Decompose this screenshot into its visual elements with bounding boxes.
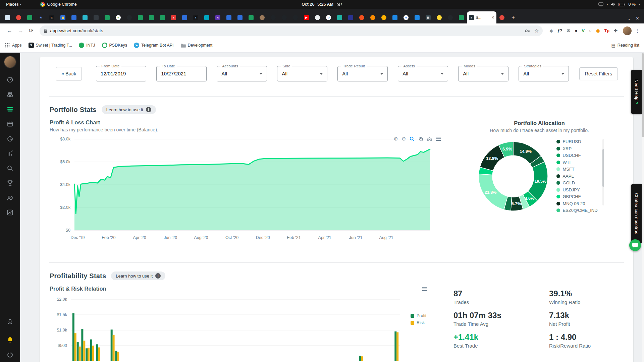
- learn-how-button[interactable]: Learn how to use it i: [102, 105, 156, 114]
- new-tab-button[interactable]: +: [509, 13, 518, 22]
- legend-item[interactable]: ESZ0@CME_IND: [556, 208, 597, 213]
- extension-icon[interactable]: ◉: [596, 28, 600, 33]
- extension-icon[interactable]: V: [582, 28, 585, 33]
- chat-bubble-button[interactable]: [629, 239, 641, 251]
- browser-tab[interactable]: [223, 11, 234, 23]
- legend-item[interactable]: USDJPY: [556, 187, 597, 192]
- reading-list-button[interactable]: ▤ Reading list: [611, 43, 639, 48]
- bar[interactable]: [88, 348, 90, 361]
- browser-tab[interactable]: [496, 11, 507, 23]
- back-icon[interactable]: ←: [7, 27, 12, 34]
- bar[interactable]: [359, 356, 361, 361]
- back-button[interactable]: « Back: [56, 67, 82, 80]
- home-reset-icon[interactable]: [427, 136, 432, 141]
- browser-tab[interactable]: T: [190, 11, 201, 23]
- extension-icon[interactable]: ○: [589, 28, 592, 33]
- tab-close-icon[interactable]: ✕: [491, 15, 494, 20]
- chevron-down-icon[interactable]: ▾: [639, 3, 640, 6]
- bar[interactable]: [90, 340, 92, 361]
- notification-indicator[interactable]: 1: [336, 3, 342, 6]
- browser-tab[interactable]: G: [323, 11, 334, 23]
- page-scrollbar[interactable]: [642, 53, 644, 362]
- tab-search-caret-icon[interactable]: ⌄: [627, 16, 631, 21]
- browser-tab[interactable]: [2, 11, 13, 23]
- bar[interactable]: [98, 348, 100, 361]
- browser-tab[interactable]: G: [400, 11, 412, 23]
- legend-item[interactable]: MSFT: [556, 167, 597, 172]
- sidebar-item-notifications[interactable]: [0, 333, 20, 347]
- bar[interactable]: [111, 329, 113, 361]
- browser-tab[interactable]: [334, 11, 345, 23]
- bar[interactable]: [396, 332, 398, 361]
- bookmark-item[interactable]: ➤Telegram Bot API: [134, 43, 174, 48]
- browser-tab[interactable]: [13, 11, 24, 23]
- bar[interactable]: [394, 331, 396, 361]
- legend-item[interactable]: AAPL: [556, 174, 597, 179]
- extension-icon[interactable]: ✚: [614, 28, 618, 33]
- bar[interactable]: [74, 333, 76, 361]
- browser-tab[interactable]: ▶: [301, 11, 312, 23]
- bar[interactable]: [92, 346, 94, 361]
- browser-tab[interactable]: [257, 11, 268, 23]
- browser-menu-icon[interactable]: ⋮: [635, 28, 640, 34]
- display-icon[interactable]: [598, 2, 603, 6]
- pan-hand-icon[interactable]: [418, 136, 423, 141]
- sidebar-item-search[interactable]: [0, 161, 20, 176]
- browser-tab[interactable]: [356, 11, 367, 23]
- pnl-chart-svg[interactable]: $8.0k$6.0k$4.0k$2.0k$0Dec '19Feb '20Apr …: [50, 134, 432, 242]
- filter-from-date[interactable]: From Date12/01/2019: [96, 66, 146, 81]
- browser-tab[interactable]: [279, 11, 290, 23]
- browser-tab[interactable]: [268, 11, 279, 23]
- bookmark-star-icon[interactable]: ☆: [534, 28, 539, 34]
- legend-item[interactable]: MNQ 06-20: [556, 201, 597, 206]
- legend-item[interactable]: WTI: [556, 160, 597, 165]
- browser-tab[interactable]: [102, 11, 113, 23]
- sidebar-item-allocation[interactable]: [0, 131, 20, 146]
- forward-icon[interactable]: →: [18, 27, 23, 34]
- places-menu[interactable]: Places ▾: [4, 2, 23, 7]
- extension-icon[interactable]: Tp: [604, 28, 609, 33]
- window-close-icon[interactable]: ✕: [636, 16, 639, 21]
- browser-tab[interactable]: [345, 11, 356, 23]
- extension-icon[interactable]: ◆: [549, 28, 553, 33]
- battery-icon[interactable]: [619, 3, 625, 6]
- sidebar-item-logout[interactable]: [0, 347, 20, 362]
- filter-strategies[interactable]: StrategiesAll: [519, 66, 569, 81]
- reset-filters-button[interactable]: Reset Filters: [579, 67, 618, 80]
- bar[interactable]: [86, 348, 88, 361]
- browser-tab[interactable]: [124, 11, 135, 23]
- browser-tab[interactable]: [157, 11, 168, 23]
- sidebar-item-dashboard[interactable]: [0, 72, 20, 87]
- browser-tab[interactable]: [389, 11, 400, 23]
- focused-app-indicator[interactable]: Google Chrome: [40, 2, 77, 7]
- browser-tab[interactable]: [146, 11, 157, 23]
- selection-zoom-icon[interactable]: [410, 136, 415, 141]
- bookmark-item[interactable]: PSDKeys: [102, 43, 127, 48]
- legend-item[interactable]: Risk: [411, 320, 426, 325]
- legend-item[interactable]: GBPCHF: [556, 194, 597, 199]
- sidebar-item-journal-active[interactable]: [0, 102, 20, 117]
- url-input[interactable]: app.swiset.com /book/stats ☆: [40, 25, 543, 36]
- legend-item[interactable]: GOLD: [556, 180, 597, 185]
- chat-tab[interactable]: Chatea con nosotros: [631, 184, 642, 243]
- legend-item[interactable]: EURUSD: [556, 139, 597, 144]
- browser-tab[interactable]: [367, 11, 378, 23]
- bar[interactable]: [77, 342, 79, 361]
- bar[interactable]: [117, 352, 119, 361]
- filter-accounts[interactable]: AccountsAll: [217, 66, 267, 81]
- browser-tab-active[interactable]: SS...✕: [467, 11, 496, 23]
- legend-item[interactable]: Profit: [411, 313, 426, 318]
- browser-tab[interactable]: [290, 11, 301, 23]
- bar[interactable]: [113, 335, 115, 361]
- sidebar-item-explore[interactable]: [0, 87, 20, 102]
- page-scrollbar-thumb[interactable]: [642, 53, 644, 137]
- bar[interactable]: [115, 351, 117, 361]
- zoom-out-icon[interactable]: ⊖: [401, 136, 406, 142]
- sidebar-item-rocket[interactable]: [0, 314, 20, 329]
- bookmark-item[interactable]: SSwiset | Trading T...: [29, 43, 72, 48]
- bookmark-item[interactable]: Development: [180, 43, 213, 48]
- profit-risk-chart-svg[interactable]: $2.0k$1.5k$1.0k$500: [50, 295, 402, 362]
- browser-tab[interactable]: [378, 11, 389, 23]
- filter-side[interactable]: SideAll: [277, 66, 327, 81]
- browser-tab[interactable]: Z: [168, 11, 179, 23]
